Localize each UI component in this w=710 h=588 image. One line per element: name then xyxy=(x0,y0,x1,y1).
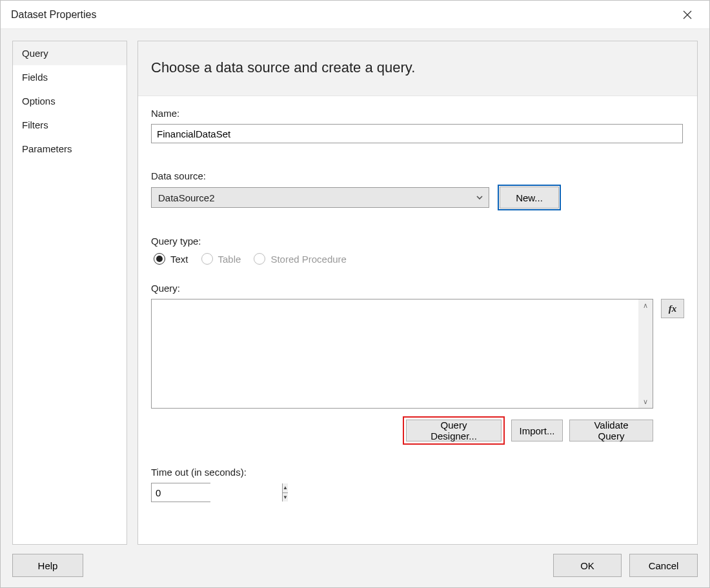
data-source-label: Data source: xyxy=(151,170,684,181)
import-button[interactable]: Import... xyxy=(511,420,563,441)
sidebar-item-options[interactable]: Options xyxy=(13,89,127,113)
query-textarea-container: ∧ ∨ xyxy=(151,299,653,409)
query-designer-button[interactable]: Query Designer... xyxy=(406,420,502,441)
ok-button[interactable]: OK xyxy=(553,554,622,577)
radio-text[interactable]: Text xyxy=(154,253,188,265)
query-textarea[interactable] xyxy=(152,299,638,408)
new-data-source-button[interactable]: New... xyxy=(500,187,559,208)
close-icon xyxy=(683,10,692,19)
close-button[interactable] xyxy=(674,5,700,25)
help-button[interactable]: Help xyxy=(12,554,83,577)
sidebar-item-label: Options xyxy=(22,96,56,106)
sidebar: Query Fields Options Filters Parameters xyxy=(12,41,127,545)
cancel-button[interactable]: Cancel xyxy=(629,554,698,577)
sidebar-item-label: Fields xyxy=(22,72,48,83)
radio-icon xyxy=(254,253,265,265)
timeout-input[interactable] xyxy=(152,483,282,502)
timeout-label: Time out (in seconds): xyxy=(151,467,684,478)
radio-label: Table xyxy=(218,254,241,265)
query-type-radiogroup: Text Table Stored Procedure xyxy=(154,253,684,265)
query-button-row: Query Designer... Import... Validate Que… xyxy=(151,416,653,445)
sidebar-item-filters[interactable]: Filters xyxy=(13,113,127,137)
query-type-label: Query type: xyxy=(151,236,684,247)
data-source-combobox[interactable]: DataSource2 xyxy=(151,187,489,208)
spinner-down-button[interactable]: ▼ xyxy=(283,493,288,502)
sidebar-item-label: Parameters xyxy=(22,143,72,154)
main-panel: Choose a data source and create a query.… xyxy=(137,41,698,545)
window-title: Dataset Properties xyxy=(11,9,97,21)
sidebar-item-query[interactable]: Query xyxy=(13,41,127,65)
fx-icon: fx xyxy=(669,303,677,314)
titlebar: Dataset Properties xyxy=(1,1,709,29)
sidebar-item-fields[interactable]: Fields xyxy=(13,65,127,89)
dialog-window: Dataset Properties Query Fields Options … xyxy=(0,0,710,588)
panel-heading: Choose a data source and create a query. xyxy=(138,41,697,96)
data-source-value: DataSource2 xyxy=(158,192,215,203)
timeout-spinner: ▲ ▼ xyxy=(151,483,210,502)
radio-icon xyxy=(201,253,213,265)
name-label: Name: xyxy=(151,108,684,119)
sidebar-item-parameters[interactable]: Parameters xyxy=(13,137,127,161)
scrollbar[interactable]: ∧ ∨ xyxy=(638,299,653,408)
name-input[interactable] xyxy=(151,124,683,143)
spinner-buttons: ▲ ▼ xyxy=(282,483,288,502)
radio-icon xyxy=(154,253,165,265)
validate-query-button[interactable]: Validate Query xyxy=(569,420,653,441)
panel-content: Name: Data source: DataSource2 New... Qu… xyxy=(138,96,697,544)
sidebar-item-label: Query xyxy=(22,48,48,59)
scroll-down-icon: ∨ xyxy=(643,398,648,405)
radio-table[interactable]: Table xyxy=(201,253,241,265)
radio-label: Text xyxy=(170,254,188,265)
highlight-annotation: Query Designer... xyxy=(403,416,505,445)
dialog-footer: Help OK Cancel xyxy=(1,550,709,587)
spinner-up-button[interactable]: ▲ xyxy=(283,483,288,493)
expression-button[interactable]: fx xyxy=(661,299,684,318)
query-label: Query: xyxy=(151,283,684,294)
scroll-up-icon: ∧ xyxy=(643,302,648,309)
chevron-down-icon xyxy=(476,192,483,203)
radio-stored-procedure[interactable]: Stored Procedure xyxy=(254,253,347,265)
radio-label: Stored Procedure xyxy=(270,254,347,265)
dialog-body: Query Fields Options Filters Parameters … xyxy=(1,29,709,550)
sidebar-item-label: Filters xyxy=(22,119,48,130)
